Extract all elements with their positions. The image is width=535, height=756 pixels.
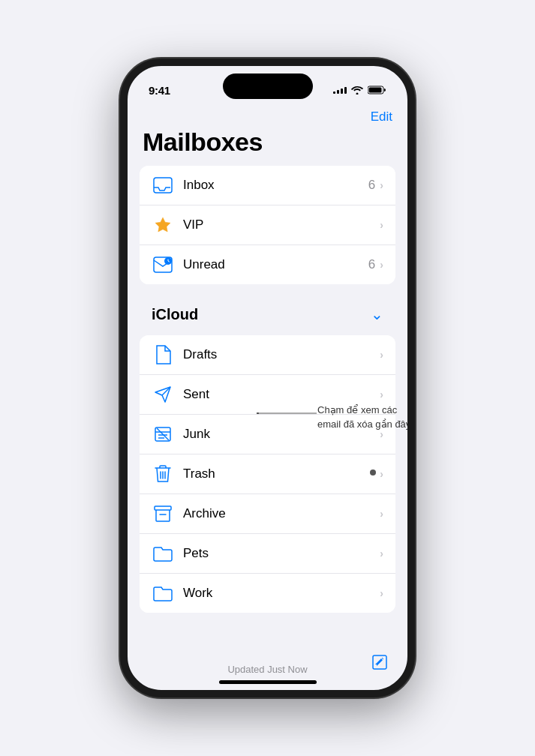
sent-chevron: › bbox=[380, 388, 383, 400]
unread-list-item[interactable]: Unread 6 › bbox=[140, 245, 395, 284]
main-content: Edit Mailboxes Inbox 6 › bbox=[128, 104, 407, 690]
work-folder-icon bbox=[152, 582, 174, 604]
svg-rect-15 bbox=[155, 506, 171, 510]
icloud-chevron-down-icon: ⌄ bbox=[371, 305, 383, 323]
unread-chevron: › bbox=[380, 259, 383, 271]
pets-label: Pets bbox=[183, 546, 380, 561]
signal-bar-3 bbox=[341, 88, 343, 94]
archive-chevron: › bbox=[380, 508, 383, 520]
trash-chevron: › bbox=[380, 468, 383, 480]
status-time: 9:41 bbox=[149, 84, 170, 97]
compose-button[interactable] bbox=[367, 650, 392, 675]
unread-label: Unread bbox=[183, 257, 368, 272]
archive-label: Archive bbox=[183, 506, 380, 521]
archive-icon bbox=[152, 502, 174, 525]
trash-list-item[interactable]: Trash › bbox=[140, 454, 395, 494]
update-status: Updated Just Now bbox=[227, 664, 307, 675]
work-chevron: › bbox=[380, 587, 383, 599]
icloud-mailboxes-section: Drafts › Sent › bbox=[140, 335, 395, 613]
signal-bar-1 bbox=[333, 92, 335, 94]
signal-bar-4 bbox=[344, 87, 347, 94]
annotation-text: Chạm để xem các email đã xóa gần đây. bbox=[317, 404, 415, 432]
battery-icon bbox=[368, 86, 386, 94]
svg-rect-1 bbox=[369, 88, 382, 93]
drafts-chevron: › bbox=[380, 349, 383, 361]
pets-chevron: › bbox=[380, 548, 383, 560]
sent-label: Sent bbox=[183, 387, 380, 402]
home-indicator bbox=[219, 680, 317, 684]
bottom-bar: Updated Just Now bbox=[128, 655, 407, 690]
dynamic-island bbox=[223, 74, 313, 99]
status-icons bbox=[333, 86, 386, 94]
sent-icon bbox=[152, 383, 174, 406]
drafts-icon bbox=[152, 344, 174, 366]
icloud-section-header[interactable]: iCloud ⌄ bbox=[140, 299, 395, 329]
drafts-label: Drafts bbox=[183, 347, 380, 362]
page-title: Mailboxes bbox=[128, 124, 407, 166]
inbox-label: Inbox bbox=[183, 178, 368, 193]
vip-label: VIP bbox=[183, 218, 375, 232]
icloud-label: iCloud bbox=[152, 306, 198, 323]
trash-icon bbox=[152, 463, 174, 485]
drafts-list-item[interactable]: Drafts › bbox=[140, 335, 395, 375]
edit-button[interactable]: Edit bbox=[371, 110, 392, 124]
annotation-line bbox=[257, 412, 317, 414]
archive-list-item[interactable]: Archive › bbox=[140, 494, 395, 534]
unread-count: 6 bbox=[368, 257, 375, 272]
inbox-count: 6 bbox=[368, 178, 375, 193]
inbox-list-item[interactable]: Inbox 6 › bbox=[140, 166, 395, 206]
smart-mailboxes-section: Inbox 6 › VIP › bbox=[140, 166, 395, 284]
signal-bar-2 bbox=[337, 90, 339, 94]
svg-point-19 bbox=[257, 412, 259, 414]
vip-star-icon bbox=[152, 214, 174, 236]
vip-chevron: › bbox=[380, 219, 383, 231]
annotation-container: Chạm để xem các email đã xóa gần đây. bbox=[283, 404, 415, 432]
signal-icon bbox=[333, 87, 347, 94]
trash-label: Trash bbox=[183, 466, 380, 482]
wifi-icon bbox=[351, 86, 363, 94]
junk-icon bbox=[152, 423, 174, 446]
inbox-chevron: › bbox=[380, 179, 383, 191]
work-label: Work bbox=[183, 586, 380, 601]
header-area: Edit bbox=[128, 104, 407, 124]
phone-frame: 9:41 bbox=[120, 58, 415, 698]
pets-folder-icon bbox=[152, 542, 174, 565]
work-list-item[interactable]: Work › bbox=[140, 574, 395, 613]
inbox-icon bbox=[152, 174, 174, 196]
annotation-pointer-dot bbox=[370, 470, 376, 476]
pets-list-item[interactable]: Pets › bbox=[140, 534, 395, 574]
unread-icon bbox=[152, 254, 174, 276]
vip-list-item[interactable]: VIP › bbox=[140, 206, 395, 245]
